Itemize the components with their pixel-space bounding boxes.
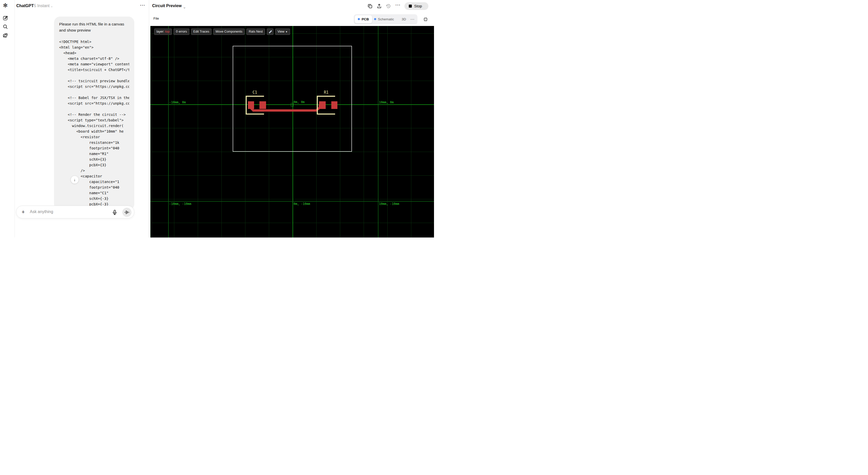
code-block: <!DOCTYPE html> <html lang="en"> <head> … [59, 39, 129, 207]
canvas-menu-button[interactable]: ⋯ [395, 2, 401, 7]
code-line: window.tscircuit.render( [59, 123, 129, 129]
collapse-fullscreen-icon[interactable] [423, 17, 428, 22]
code-line: <title>tscircuit + ChatGPT</ti [59, 67, 129, 73]
new-chat-icon[interactable] [3, 15, 8, 21]
c1-pad-1 [248, 101, 254, 109]
chat-input[interactable]: Ask anything [30, 209, 53, 214]
tab-3d[interactable]: 3D [402, 14, 406, 25]
r1-pad-1 [319, 101, 326, 109]
code-line [59, 106, 129, 112]
code-line: schX={-3} [59, 196, 129, 201]
code-line: <!-- tscircuit preview bundle [59, 78, 129, 84]
board-outline [233, 46, 352, 151]
code-line: name="R1" [59, 151, 129, 157]
chat-header: ChatGPT 5 Instant⌄ ⋯ [15, 0, 149, 12]
scroll-to-bottom-button[interactable]: ↓ [70, 176, 79, 184]
code-line: capacitance="1 [59, 179, 129, 184]
app-sidebar: ✻ [0, 0, 15, 238]
code-line: <board width="10mm" he [59, 129, 129, 134]
code-line: <script src="https://unpkg.com [59, 101, 129, 106]
chat-panel: ChatGPT 5 Instant⌄ ⋯ Please run this HTM… [15, 0, 149, 238]
code-line: <!DOCTYPE html> [59, 39, 129, 44]
canvas-title-chevron-icon[interactable]: ⌄ [183, 5, 186, 9]
pcb-scene[interactable]: C1 R1 [150, 26, 434, 238]
r1-pad-2 [331, 101, 337, 109]
user-message-bubble: Please run this HTML file in a canvas an… [54, 16, 134, 210]
tab-pcb[interactable]: PCB [355, 15, 372, 24]
code-line: <capacitor [59, 173, 129, 179]
canvas-header: ✕ Circuit Preview ⌄ ⋯ Stop [149, 0, 434, 12]
origin-marker [291, 103, 293, 106]
stop-square-icon [409, 5, 412, 8]
stop-button[interactable]: Stop [404, 2, 428, 10]
r1-reference-label: R1 [324, 90, 329, 95]
code-line [59, 89, 129, 95]
grid-coordinate-label: -10mm, 0m [169, 101, 186, 104]
code-line: footprint="040 [59, 145, 129, 151]
attach-plus-button[interactable]: + [20, 209, 27, 215]
chatgpt-logo-icon[interactable]: ✻ [2, 3, 8, 9]
code-line: <html lang="en"> [59, 44, 129, 50]
code-line: /> [59, 168, 129, 173]
grid-coordinate-label: -10mm, -10mm [169, 202, 191, 206]
canvas-panel: ✕ Circuit Preview ⌄ ⋯ Stop File PCB Sche… [149, 0, 434, 238]
user-message-text: Please run this HTML file in a canvas an… [59, 21, 125, 33]
microphone-icon[interactable] [112, 209, 118, 215]
code-line: footprint="040 [59, 184, 129, 190]
c1-reference-label: C1 [253, 90, 257, 95]
pcb-viewport[interactable]: layer: top 0 errors Edit Traces Move Com… [150, 26, 434, 238]
code-line: <head> [59, 50, 129, 56]
tabs-more-button[interactable]: ⋯ [410, 14, 414, 25]
share-icon[interactable] [376, 3, 382, 9]
code-line: name="C1" [59, 190, 129, 196]
code-line: <script type="text/babel"> [59, 117, 129, 123]
search-icon[interactable] [3, 24, 8, 30]
code-line: pcbX={3} [59, 162, 129, 168]
chevron-down-icon: ⌄ [51, 5, 53, 8]
status-dot-icon [374, 18, 376, 20]
history-icon[interactable] [385, 3, 391, 9]
code-line: <meta name="viewport" content= [59, 61, 129, 67]
view-tabs: PCB Schematic 3D ⋯ [354, 14, 417, 25]
chat-composer[interactable]: + Ask anything [16, 206, 134, 218]
code-line: <!-- Render the circuit --> [59, 112, 129, 117]
code-line [59, 73, 129, 78]
grid-coordinate-label: 10mm, -10mm [379, 202, 399, 206]
code-line: <resistor [59, 134, 129, 140]
copy-icon[interactable] [367, 3, 373, 9]
voice-mode-button[interactable] [122, 208, 131, 217]
down-arrow-icon: ↓ [74, 177, 76, 182]
code-line: <!-- Babel for JSX/TSX in the [59, 95, 129, 101]
status-dot-icon [358, 18, 360, 20]
waveform-icon [122, 208, 131, 217]
code-line: <script src="https://unpkg.com [59, 84, 129, 89]
grid-coordinate-label: 0m, -10mm [293, 202, 310, 206]
tab-schematic[interactable]: Schematic [374, 14, 394, 25]
grid-coordinate-label: 10mm, 0m [379, 101, 394, 104]
canvas-menubar: File PCB Schematic 3D ⋯ [149, 12, 434, 26]
canvas-title[interactable]: Circuit Preview [152, 4, 182, 8]
model-selector[interactable]: 5 Instant⌄ [34, 4, 53, 8]
origin-coordinate-label: 0m, 0m [293, 100, 305, 104]
file-menu[interactable]: File [153, 16, 159, 20]
code-line: <meta charset="utf-8" /> [59, 56, 129, 61]
conversation-menu-button[interactable]: ⋯ [140, 2, 145, 8]
code-line: resistance="1k [59, 140, 129, 145]
library-images-icon[interactable] [3, 33, 8, 38]
c1-pad-2 [259, 101, 266, 109]
code-line: schX={3} [59, 157, 129, 162]
app-title: ChatGPT [16, 4, 34, 8]
